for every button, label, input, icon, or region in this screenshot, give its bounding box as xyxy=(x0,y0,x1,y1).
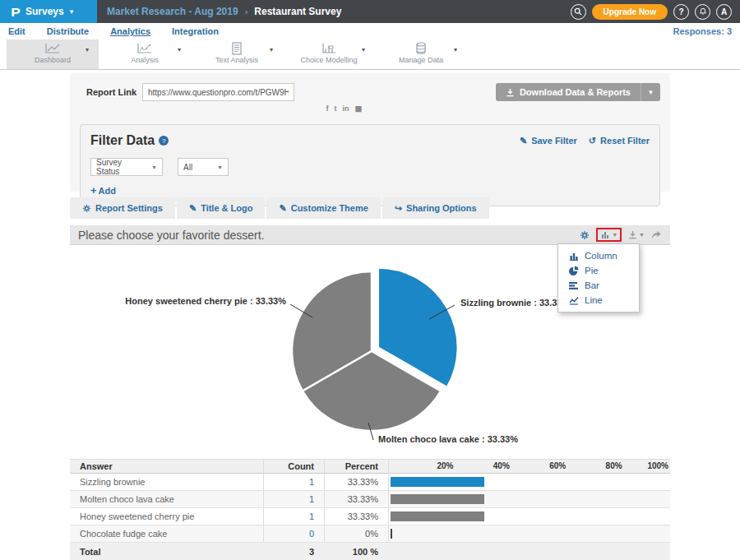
surveys-menu[interactable]: P Surveys ▾ xyxy=(0,0,97,23)
nav-item-integration[interactable]: Integration xyxy=(172,26,219,36)
pie-chart-icon xyxy=(568,266,579,275)
menu-item-pie[interactable]: Pie xyxy=(558,263,639,278)
reset-icon: ↺ xyxy=(589,136,596,146)
toolbar-item-label: Choice Modelling xyxy=(283,56,375,64)
count-cell[interactable]: 0 xyxy=(263,525,324,542)
download-options-caret[interactable]: ▼ xyxy=(641,83,660,101)
linkedin-icon[interactable]: in xyxy=(342,104,349,113)
pencil-icon: ✎ xyxy=(520,136,527,146)
pie-label-molten-choco: Molten choco lava cake : 33.33% xyxy=(378,434,518,444)
chart-share-button[interactable] xyxy=(651,230,662,239)
nav-item-edit[interactable]: Edit xyxy=(8,26,25,36)
facebook-icon[interactable]: f xyxy=(326,104,328,113)
table-row: Molten choco lava cake 1 33.33% xyxy=(70,491,670,508)
menu-item-bar[interactable]: Bar xyxy=(558,278,639,293)
module-nav: Edit Distribute Analytics Integration Re… xyxy=(0,23,740,39)
save-filter-link[interactable]: ✎ Save Filter xyxy=(520,136,577,146)
gear-icon xyxy=(82,204,91,213)
pie-label-honey-cherry: Honey sweetened cherry pie : 33.33% xyxy=(125,296,286,306)
download-data-reports-button[interactable]: Download Data & Reports xyxy=(496,83,641,101)
share-icon: ↪ xyxy=(395,197,402,219)
result-bar xyxy=(391,477,484,487)
toolbar-item-analysis[interactable]: ▾ Analysis xyxy=(99,39,191,69)
toolbar-item-manage-data[interactable]: ▾ Manage Data xyxy=(375,39,467,69)
twitter-icon[interactable]: t xyxy=(334,104,336,113)
chevron-down-icon: ▼ xyxy=(206,164,223,170)
chart-download-button[interactable]: ▼ xyxy=(628,230,645,239)
chevron-down-icon[interactable]: ▾ xyxy=(178,46,181,53)
count-cell[interactable]: 1 xyxy=(263,508,324,525)
chart-type-button[interactable]: ▼ xyxy=(600,230,617,239)
help-button[interactable]: ? xyxy=(673,4,689,20)
toolbar-item-choice-modelling[interactable]: ▾ Choice Modelling xyxy=(283,39,375,69)
nav-item-analytics[interactable]: Analytics xyxy=(110,26,150,36)
chevron-down-icon: ▼ xyxy=(140,164,157,170)
menu-item-line[interactable]: Line xyxy=(558,293,639,308)
result-bar xyxy=(391,494,484,504)
result-bar xyxy=(391,529,392,539)
navbar-actions: Upgrade Now ? A xyxy=(571,0,740,23)
search-button[interactable] xyxy=(571,4,586,20)
total-count: 3 xyxy=(263,543,324,560)
report-link-label: Report Link xyxy=(86,87,142,97)
nav-item-distribute[interactable]: Distribute xyxy=(47,26,89,36)
responses-count[interactable]: Responses: 3 xyxy=(673,26,732,36)
tab-report-settings[interactable]: Report Settings xyxy=(70,197,175,219)
report-panel: Report Link Download Data & Reports ▼ f … xyxy=(70,73,670,192)
chart-settings-button[interactable] xyxy=(580,230,590,240)
embed-icon[interactable]: ▦ xyxy=(354,104,362,113)
question-chart-card: Please choose your favorite dessert. ▼ ▼ xyxy=(70,225,670,459)
toolbar-item-dashboard[interactable]: ▾ Dashboard xyxy=(7,39,99,69)
bar-cell xyxy=(388,474,670,490)
reset-filter-link[interactable]: ↺ Reset Filter xyxy=(589,136,650,146)
analytics-toolbar: ▾ Dashboard ▾ Analysis ▾ Text Analysis ▾… xyxy=(0,39,740,70)
question-title: Please choose your favorite dessert. xyxy=(78,229,264,242)
upgrade-now-button[interactable]: Upgrade Now xyxy=(592,4,668,20)
menu-item-column[interactable]: Column xyxy=(558,248,639,263)
table-row: Chocolate fudge cake 0 0% xyxy=(70,525,670,543)
report-link-input[interactable] xyxy=(142,83,294,101)
bar-cell xyxy=(388,525,670,542)
col-header-answer: Answer xyxy=(70,461,263,471)
chevron-down-icon[interactable]: ▾ xyxy=(454,46,457,53)
add-filter-link[interactable]: +Add xyxy=(90,184,116,197)
tab-title-logo[interactable]: ✎ Title & Logo xyxy=(177,197,266,219)
question-header: Please choose your favorite dessert. ▼ ▼ xyxy=(70,225,670,245)
tab-sharing-options[interactable]: ↪ Sharing Options xyxy=(382,197,489,219)
tab-customize-theme[interactable]: ✎ Customize Theme xyxy=(266,197,380,219)
breadcrumb: Market Research - Aug 2019 › Restaurant … xyxy=(97,0,341,23)
download-reports-group: Download Data & Reports ▼ xyxy=(496,83,660,101)
axis-tick: 100% xyxy=(647,461,668,470)
total-bar-cell xyxy=(388,543,670,560)
count-cell[interactable]: 1 xyxy=(263,474,324,490)
pie-label-sizzling-brownie: Sizzling brownie : 33.33% xyxy=(460,298,570,308)
answer-cell: Sizzling brownie xyxy=(70,477,263,487)
pencil-icon: ✎ xyxy=(279,197,286,219)
avatar[interactable]: A xyxy=(716,4,732,20)
chevron-down-icon[interactable]: ▾ xyxy=(86,46,89,53)
bar-chart-icon xyxy=(600,230,610,239)
chevron-down-icon[interactable]: ▾ xyxy=(362,46,365,53)
filter-type-select[interactable]: Survey Status ▼ xyxy=(90,158,163,176)
bar-cell xyxy=(388,508,670,525)
filter-data-panel: Filter Data ? ✎ Save Filter ↺ Reset Filt… xyxy=(80,124,660,206)
chevron-down-icon[interactable]: ▾ xyxy=(270,46,273,53)
percent-cell: 33.33% xyxy=(324,491,388,507)
plus-icon: + xyxy=(90,184,97,197)
product-label: Surveys xyxy=(25,6,64,17)
filter-help-icon[interactable]: ? xyxy=(159,136,169,146)
notifications-button[interactable] xyxy=(695,4,710,20)
filter-value-select[interactable]: All ▼ xyxy=(178,158,229,176)
percent-cell: 33.33% xyxy=(324,508,388,525)
chevron-down-icon: ▼ xyxy=(639,232,645,238)
table-header-row: Answer Count Percent 20% 40% 60% 80% 100… xyxy=(70,460,670,474)
breadcrumb-parent[interactable]: Market Research - Aug 2019 xyxy=(107,6,238,17)
bell-icon xyxy=(699,7,707,16)
breadcrumb-separator-icon: › xyxy=(245,7,248,16)
toolbar-item-text-analysis[interactable]: ▾ Text Analysis xyxy=(191,39,283,69)
percent-cell: 33.33% xyxy=(324,474,388,490)
total-label: Total xyxy=(70,547,263,557)
count-cell[interactable]: 1 xyxy=(263,491,324,507)
top-navbar: P Surveys ▾ Market Research - Aug 2019 ›… xyxy=(0,0,740,23)
breadcrumb-current: Restaurant Survey xyxy=(254,6,341,17)
